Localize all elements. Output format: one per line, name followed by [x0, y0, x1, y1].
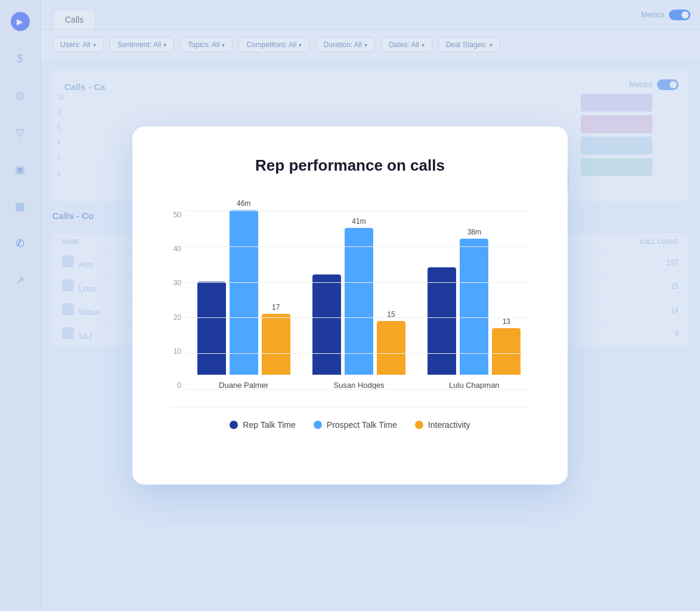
bar-interact-susan-wrapper: 15 [377, 310, 405, 375]
modal-dialog: Rep performance on calls 50 40 30 20 10 … [132, 126, 568, 485]
legend-interactivity: Interactivity [415, 420, 470, 430]
x-label-susan: Susan Hodges [333, 381, 384, 390]
legend-prospect-talk-time: Prospect Talk Time [314, 420, 397, 430]
prospect-label-duane: 46m [237, 199, 250, 208]
bar-group-inner: 46m 17 [197, 199, 290, 375]
bar-prospect-susan [345, 228, 373, 375]
interact-label-lulu: 13 [503, 317, 510, 326]
y-axis: 50 40 30 20 10 0 [168, 199, 186, 390]
bar-interact-duane-wrapper: 17 [262, 303, 290, 375]
bar-group-duane: 46m 17 Duane Palmer [197, 199, 290, 390]
legend-label-interactivity: Interactivity [428, 420, 470, 430]
bar-group-lulu: 38m 13 Lulu Chapman [428, 228, 521, 390]
y-label-40: 40 [174, 245, 181, 253]
y-label-10: 10 [174, 347, 181, 356]
bar-group-inner: 38m 13 [428, 228, 521, 375]
chart-wrapper: 50 40 30 20 10 0 [168, 199, 532, 390]
bar-prospect-duane [230, 210, 258, 375]
prospect-label-susan: 41m [352, 217, 366, 226]
y-label-50: 50 [174, 211, 181, 219]
bar-group-susan: 41m 15 Susan Hodges [312, 217, 405, 390]
legend-dot-rep [230, 421, 238, 429]
bar-prospect-lulu-wrapper: 38m [460, 228, 488, 375]
interact-label-susan: 15 [387, 310, 395, 319]
legend-label-rep: Rep Talk Time [243, 420, 295, 430]
bar-rep-duane-wrapper [197, 282, 226, 375]
y-label-0: 0 [177, 381, 181, 390]
bar-rep-lulu-wrapper [428, 267, 456, 375]
legend-dot-interactivity [415, 421, 423, 429]
modal-title: Rep performance on calls [168, 156, 532, 175]
bar-interact-lulu [492, 328, 521, 375]
bar-rep-duane [197, 282, 226, 375]
bar-rep-lulu [428, 267, 456, 375]
bar-rep-susan [312, 274, 341, 375]
modal-overlay[interactable]: Rep performance on calls 50 40 30 20 10 … [0, 0, 700, 611]
bar-group-inner: 41m 15 [312, 217, 405, 375]
bar-prospect-lulu [460, 239, 488, 375]
y-label-20: 20 [174, 313, 181, 322]
bar-interact-susan [377, 321, 405, 375]
bar-interact-duane [262, 314, 290, 375]
legend-dot-prospect [314, 421, 322, 429]
prospect-label-lulu: 38m [467, 228, 481, 236]
bar-rep-susan-wrapper [312, 274, 341, 375]
legend-rep-talk-time: Rep Talk Time [230, 420, 295, 430]
bar-prospect-duane-wrapper: 46m [230, 199, 258, 375]
x-label-lulu: Lulu Chapman [449, 381, 500, 390]
legend-label-prospect: Prospect Talk Time [327, 420, 397, 430]
chart-legend: Rep Talk Time Prospect Talk Time Interac… [168, 408, 532, 430]
bars-container: 46m 17 Duane Palmer [186, 199, 532, 390]
chart-body: 46m 17 Duane Palmer [186, 199, 532, 390]
bar-prospect-susan-wrapper: 41m [345, 217, 373, 375]
x-label-duane: Duane Palmer [219, 381, 268, 390]
bar-interact-lulu-wrapper: 13 [492, 317, 521, 375]
y-label-30: 30 [174, 279, 181, 287]
interact-label-duane: 17 [272, 303, 280, 311]
